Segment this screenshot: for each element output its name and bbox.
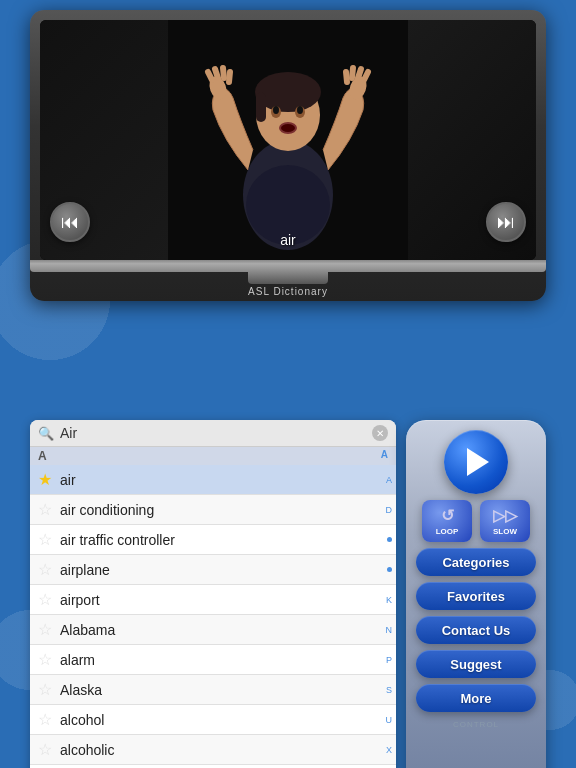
index-letter: N <box>386 625 393 635</box>
tv-screen: air ⏮ ⏭ <box>40 20 536 260</box>
svg-line-19 <box>352 68 353 78</box>
star-icon: ☆ <box>38 560 52 579</box>
tv-stand <box>248 272 328 284</box>
index-letter: S <box>386 685 392 695</box>
star-icon: ☆ <box>38 530 52 549</box>
search-clear-button[interactable]: ✕ <box>372 425 388 441</box>
list-item[interactable]: ☆ alcoholic X <box>30 735 396 765</box>
svg-point-10 <box>281 124 295 132</box>
index-dot <box>387 567 392 572</box>
slow-button[interactable]: ▷▷ SLOW <box>480 500 530 542</box>
star-icon: ★ <box>38 470 52 489</box>
item-text: airport <box>60 592 388 608</box>
loop-label: LOOP <box>436 527 459 536</box>
slow-label: SLOW <box>493 527 517 536</box>
suggest-button[interactable]: Suggest <box>416 650 536 678</box>
prev-button[interactable]: ⏮ <box>50 202 90 242</box>
item-text: Alaska <box>60 682 388 698</box>
svg-line-13 <box>215 69 218 78</box>
loop-icon: ↺ <box>441 506 454 525</box>
svg-rect-4 <box>256 92 266 122</box>
suggest-label: Suggest <box>450 657 501 672</box>
search-bar: 🔍 ✕ <box>30 420 396 447</box>
more-label: More <box>460 691 491 706</box>
index-dot <box>387 537 392 542</box>
item-text: air conditioning <box>60 502 388 518</box>
tv-bottom-bar <box>30 260 546 272</box>
item-text: airplane <box>60 562 388 578</box>
remote-panel: ↺ LOOP ▷▷ SLOW Categories Favorites Cont… <box>406 420 546 768</box>
index-letter: D <box>386 505 393 515</box>
list-item[interactable]: ☆ airplane <box>30 555 396 585</box>
star-icon: ☆ <box>38 590 52 609</box>
section-header-a: A A <box>30 447 396 465</box>
video-word-label: air <box>280 232 296 248</box>
slow-icon: ▷▷ <box>493 506 517 525</box>
play-button[interactable] <box>444 430 508 494</box>
search-input[interactable] <box>60 425 366 441</box>
list-panel: 🔍 ✕ A A ★ air A ☆ air conditioning D ☆ a… <box>30 420 396 768</box>
small-buttons-row: ↺ LOOP ▷▷ SLOW <box>422 500 530 542</box>
item-text: alcoholic <box>60 742 388 758</box>
list-item[interactable]: ☆ Alabama N <box>30 615 396 645</box>
control-label: CONTROL <box>453 720 499 729</box>
loop-button[interactable]: ↺ LOOP <box>422 500 472 542</box>
item-text: air traffic controller <box>60 532 388 548</box>
video-person <box>40 20 536 260</box>
list-item[interactable]: ☆ air traffic controller <box>30 525 396 555</box>
index-letter: P <box>386 655 392 665</box>
item-text: alcohol <box>60 712 388 728</box>
svg-line-18 <box>358 69 361 78</box>
star-icon: ☆ <box>38 680 52 699</box>
star-icon: ☆ <box>38 620 52 639</box>
bottom-section: 🔍 ✕ A A ★ air A ☆ air conditioning D ☆ a… <box>30 420 546 768</box>
categories-button[interactable]: Categories <box>416 548 536 576</box>
svg-point-7 <box>273 106 279 114</box>
more-button[interactable]: More <box>416 684 536 712</box>
svg-point-8 <box>297 106 303 114</box>
list-item[interactable]: ★ air A <box>30 465 396 495</box>
item-text: Alabama <box>60 622 388 638</box>
svg-line-20 <box>346 72 347 82</box>
tv-frame: air ⏮ ⏭ ASL Dictionary <box>30 10 546 301</box>
index-letter: A <box>386 475 392 485</box>
video-content: air ⏮ ⏭ <box>40 20 536 260</box>
list-item[interactable]: ☆ Alaska S <box>30 675 396 705</box>
contact-us-label: Contact Us <box>442 623 511 638</box>
star-icon: ☆ <box>38 740 52 759</box>
index-letter: X <box>386 745 392 755</box>
list-item[interactable]: ☆ alcohol U <box>30 705 396 735</box>
svg-line-15 <box>229 72 230 82</box>
favorites-button[interactable]: Favorites <box>416 582 536 610</box>
section-header-label: A <box>38 449 47 463</box>
next-button[interactable]: ⏭ <box>486 202 526 242</box>
section-index-a: A <box>381 449 388 463</box>
categories-label: Categories <box>442 555 509 570</box>
star-icon: ☆ <box>38 650 52 669</box>
list-item[interactable]: ☆ alarm P <box>30 645 396 675</box>
favorites-label: Favorites <box>447 589 505 604</box>
index-letter: K <box>386 595 392 605</box>
star-icon: ☆ <box>38 500 52 519</box>
svg-line-17 <box>364 72 368 80</box>
list-item[interactable]: ☆ air conditioning D <box>30 495 396 525</box>
play-icon <box>467 448 489 476</box>
index-letter: U <box>386 715 393 725</box>
list-item[interactable]: ☆ airport K <box>30 585 396 615</box>
svg-line-12 <box>208 72 212 80</box>
star-icon: ☆ <box>38 710 52 729</box>
item-text: alarm <box>60 652 388 668</box>
item-text: air <box>60 472 388 488</box>
tv-label: ASL Dictionary <box>40 284 536 301</box>
search-icon: 🔍 <box>38 426 54 441</box>
contact-us-button[interactable]: Contact Us <box>416 616 536 644</box>
svg-line-14 <box>223 68 224 78</box>
